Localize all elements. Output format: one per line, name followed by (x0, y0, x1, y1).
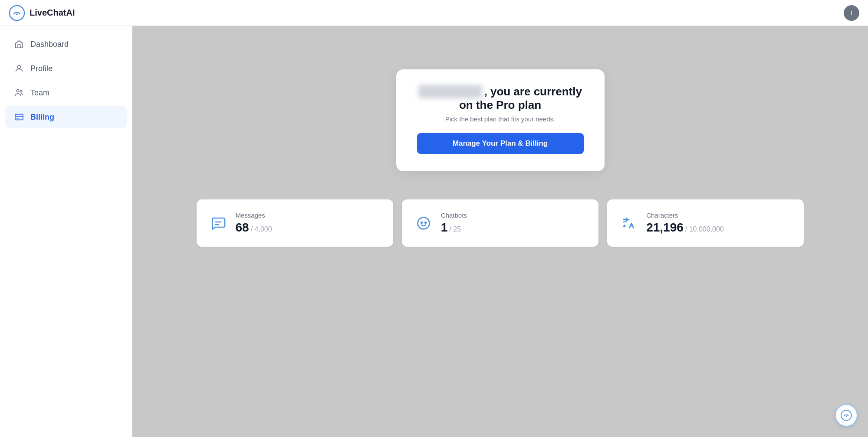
svg-point-4 (20, 90, 22, 92)
characters-card: Characters 21,196 / 10,000,000 (607, 199, 804, 247)
translate-icon (619, 214, 638, 233)
user-icon (14, 63, 24, 74)
chat-widget-icon (840, 409, 852, 421)
sidebar-item-dashboard[interactable]: Dashboard (5, 33, 127, 55)
messages-value: 68 / 4,000 (236, 221, 272, 235)
sidebar: Dashboard Profile Team (0, 26, 132, 437)
chatbot-icon (414, 214, 433, 233)
chatbots-info: Chatbots 1 / 25 (441, 212, 467, 235)
svg-point-10 (418, 217, 429, 229)
chat-widget-button[interactable] (835, 404, 858, 427)
team-label: Team (30, 88, 49, 98)
svg-point-0 (10, 5, 24, 20)
svg-rect-5 (15, 114, 23, 120)
messages-info: Messages 68 / 4,000 (236, 212, 272, 235)
sidebar-item-team[interactable]: Team (5, 82, 127, 104)
svg-point-1 (16, 13, 18, 15)
app-name: LiveChatAI (30, 8, 75, 18)
chatbots-label: Chatbots (441, 212, 467, 219)
messages-card: Messages 68 / 4,000 (197, 199, 393, 247)
billing-label: Billing (30, 113, 54, 122)
svg-point-2 (17, 65, 20, 68)
username-blurred: ████████ (418, 85, 482, 98)
chatbots-value: 1 / 25 (441, 221, 467, 235)
profile-label: Profile (30, 64, 53, 73)
svg-point-3 (17, 90, 20, 92)
sidebar-item-billing[interactable]: Billing (5, 106, 127, 128)
svg-point-12 (425, 222, 426, 223)
plan-subtitle: Pick the best plan that fits your needs. (417, 115, 584, 123)
stats-row: Messages 68 / 4,000 (197, 199, 804, 247)
plan-title: ████████, you are currently on the Pro p… (417, 85, 584, 112)
main-layout: Dashboard Profile Team (0, 26, 868, 437)
chatbots-card: Chatbots 1 / 25 (402, 199, 598, 247)
svg-point-14 (846, 416, 847, 417)
billing-icon (14, 112, 24, 122)
plan-card: ████████, you are currently on the Pro p… (396, 69, 605, 171)
characters-label: Characters (646, 212, 724, 219)
manage-plan-button[interactable]: Manage Your Plan & Billing (417, 133, 584, 154)
svg-point-11 (421, 222, 422, 223)
sidebar-item-profile[interactable]: Profile (5, 57, 127, 80)
team-icon (14, 88, 24, 98)
svg-point-13 (841, 410, 852, 421)
user-avatar[interactable]: I (844, 5, 859, 21)
message-icon (209, 214, 228, 233)
home-icon (14, 39, 24, 49)
content-area: ████████, you are currently on the Pro p… (132, 26, 868, 437)
logo: LiveChatAI (9, 5, 75, 21)
characters-info: Characters 21,196 / 10,000,000 (646, 212, 724, 235)
messages-label: Messages (236, 212, 272, 219)
dashboard-label: Dashboard (30, 40, 69, 49)
characters-value: 21,196 / 10,000,000 (646, 221, 724, 235)
logo-icon (9, 5, 25, 21)
header: LiveChatAI I (0, 0, 868, 26)
